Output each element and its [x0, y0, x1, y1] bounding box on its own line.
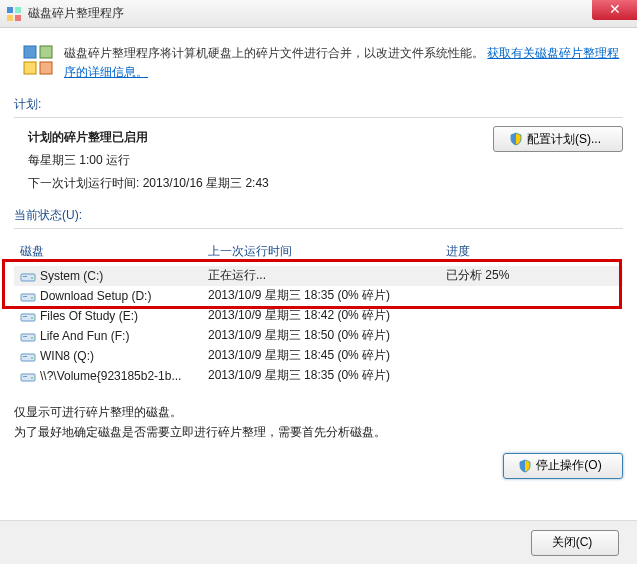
svg-rect-18 — [23, 336, 27, 337]
disk-name: Life And Fun (F:) — [40, 329, 129, 343]
svg-point-22 — [31, 357, 33, 359]
svg-point-13 — [31, 297, 33, 299]
defrag-icon — [22, 44, 54, 76]
close-label: 关闭(C) — [552, 534, 593, 551]
last-run: 2013/10/9 星期三 18:42 (0% 碎片) — [208, 307, 446, 324]
info-text: 磁盘碎片整理程序将计算机硬盘上的碎片文件进行合并，以改进文件系统性能。 — [64, 46, 484, 60]
table-row[interactable]: \\?\Volume{923185b2-1b...2013/10/9 星期三 1… — [14, 366, 623, 386]
hint-line2: 为了最好地确定磁盘是否需要立即进行碎片整理，需要首先分析磁盘。 — [14, 422, 623, 442]
stop-label: 停止操作(O) — [536, 457, 601, 474]
header-lastrun[interactable]: 上一次运行时间 — [208, 243, 446, 260]
window-close-button[interactable]: ✕ — [592, 0, 637, 20]
disk-name: System (C:) — [40, 269, 103, 283]
stop-operation-button[interactable]: 停止操作(O) — [503, 453, 623, 479]
svg-rect-7 — [40, 62, 52, 74]
svg-rect-11 — [21, 294, 35, 301]
svg-rect-2 — [7, 15, 13, 21]
last-run: 2013/10/9 星期三 18:35 (0% 碎片) — [208, 367, 446, 384]
drive-icon — [20, 328, 36, 344]
shield-icon — [518, 459, 532, 473]
svg-rect-1 — [15, 7, 21, 13]
disk-name: Download Setup (D:) — [40, 289, 151, 303]
svg-rect-14 — [21, 314, 35, 321]
table-row[interactable]: System (C:)正在运行...已分析 25% — [14, 266, 623, 286]
table-row[interactable]: WIN8 (Q:)2013/10/9 星期三 18:45 (0% 碎片) — [14, 346, 623, 366]
hint-text: 仅显示可进行碎片整理的磁盘。 为了最好地确定磁盘是否需要立即进行碎片整理，需要首… — [14, 402, 623, 443]
svg-rect-24 — [23, 376, 27, 377]
last-run: 2013/10/9 星期三 18:35 (0% 碎片) — [208, 287, 446, 304]
header-disk[interactable]: 磁盘 — [18, 243, 208, 260]
divider — [14, 228, 623, 229]
drive-icon — [20, 268, 36, 284]
disk-table: 磁盘 上一次运行时间 进度 System (C:)正在运行...已分析 25%D… — [14, 237, 623, 386]
svg-point-10 — [31, 277, 33, 279]
close-button[interactable]: 关闭(C) — [531, 530, 619, 556]
svg-rect-3 — [15, 15, 21, 21]
titlebar: 磁盘碎片整理程序 ✕ — [0, 0, 637, 28]
svg-rect-23 — [21, 374, 35, 381]
svg-point-19 — [31, 337, 33, 339]
disk-name: WIN8 (Q:) — [40, 349, 94, 363]
configure-schedule-button[interactable]: 配置计划(S)... — [493, 126, 623, 152]
drive-icon — [20, 368, 36, 384]
last-run: 2013/10/9 星期三 18:50 (0% 碎片) — [208, 327, 446, 344]
svg-rect-6 — [24, 62, 36, 74]
divider — [14, 117, 623, 118]
schedule-line2: 下一次计划运行时间: 2013/10/16 星期三 2:43 — [28, 172, 269, 195]
last-run: 2013/10/9 星期三 18:45 (0% 碎片) — [208, 347, 446, 364]
drive-icon — [20, 348, 36, 364]
disk-name: \\?\Volume{923185b2-1b... — [40, 369, 181, 383]
disk-name: Files Of Study (E:) — [40, 309, 138, 323]
drive-icon — [20, 308, 36, 324]
hint-line1: 仅显示可进行碎片整理的磁盘。 — [14, 402, 623, 422]
table-row[interactable]: Life And Fun (F:)2013/10/9 星期三 18:50 (0%… — [14, 326, 623, 346]
footer: 关闭(C) — [0, 520, 637, 564]
svg-rect-4 — [24, 46, 36, 58]
schedule-line1: 每星期三 1:00 运行 — [28, 149, 269, 172]
drive-icon — [20, 288, 36, 304]
svg-rect-5 — [40, 46, 52, 58]
schedule-info: 计划的碎片整理已启用 每星期三 1:00 运行 下一次计划运行时间: 2013/… — [28, 126, 269, 194]
svg-point-25 — [31, 377, 33, 379]
schedule-title: 计划的碎片整理已启用 — [28, 126, 269, 149]
window-title: 磁盘碎片整理程序 — [28, 5, 124, 22]
svg-rect-8 — [21, 274, 35, 281]
header-progress[interactable]: 进度 — [446, 243, 619, 260]
svg-rect-20 — [21, 354, 35, 361]
table-row[interactable]: Download Setup (D:)2013/10/9 星期三 18:35 (… — [14, 286, 623, 306]
progress: 已分析 25% — [446, 267, 619, 284]
table-row[interactable]: Files Of Study (E:)2013/10/9 星期三 18:42 (… — [14, 306, 623, 326]
schedule-label: 计划: — [14, 96, 623, 113]
status-label: 当前状态(U): — [14, 207, 623, 224]
svg-rect-9 — [23, 276, 27, 277]
svg-point-16 — [31, 317, 33, 319]
svg-rect-12 — [23, 296, 27, 297]
svg-rect-15 — [23, 316, 27, 317]
configure-schedule-label: 配置计划(S)... — [527, 131, 601, 148]
shield-icon — [509, 132, 523, 146]
svg-rect-21 — [23, 356, 27, 357]
svg-rect-17 — [21, 334, 35, 341]
table-header: 磁盘 上一次运行时间 进度 — [14, 237, 623, 266]
info-banner: 磁盘碎片整理程序将计算机硬盘上的碎片文件进行合并，以改进文件系统性能。 获取有关… — [22, 44, 623, 82]
svg-rect-0 — [7, 7, 13, 13]
defrag-app-icon — [6, 6, 22, 22]
last-run: 正在运行... — [208, 267, 446, 284]
